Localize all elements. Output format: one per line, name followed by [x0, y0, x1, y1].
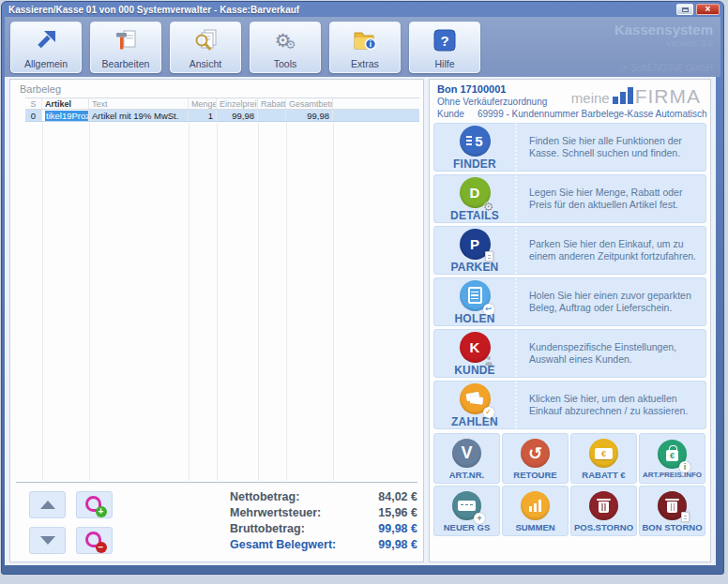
- app-version: Version: 3.0: [614, 37, 713, 48]
- column-header-rabatt[interactable]: Rabatt: [258, 98, 286, 109]
- titlebar: Kassieren/Kasse 01 von 000 Systemverwalt…: [2, 2, 723, 16]
- return-icon: ↺: [521, 439, 550, 468]
- content-area: Barbeleg S Artikel Text Menge Einzelprei…: [5, 77, 716, 565]
- meine-firma-logo: meine FIRMA: [571, 87, 701, 104]
- selected-text: tikel19Prozent: [45, 111, 89, 121]
- arrow-up-right-icon: ↗: [620, 63, 628, 73]
- article-number-icon: V: [452, 439, 481, 468]
- plus-icon: +: [474, 513, 485, 524]
- row-down-button[interactable]: [29, 527, 66, 554]
- check-icon: ✓: [483, 407, 494, 418]
- app-name: Kassensystem: [614, 22, 713, 37]
- action-finder[interactable]: 5 FINDER Finden Sie hier alle Funktionen…: [433, 123, 706, 172]
- action-parken[interactable]: P PARKEN Parken Sie hier den Einkauf, um…: [433, 226, 706, 275]
- table-row[interactable]: 0 tikel19Prozent Artikel mit 19% MwSt. 1…: [25, 110, 419, 122]
- cell-artikel[interactable]: tikel19Prozent: [42, 110, 89, 121]
- toolbar-button-label: Ansicht: [190, 58, 221, 69]
- rabatt-button[interactable]: € RABATT €: [570, 433, 637, 484]
- toolbar-button-label: Bearbeiten: [102, 58, 150, 69]
- arrow-up-right-icon: [34, 22, 58, 58]
- total-netto: Nettobetrag: 84,02 €: [217, 488, 417, 504]
- column-header-gesamtbetrag[interactable]: Gesamtbetrag: [286, 98, 333, 109]
- cell-text: Artikel mit 19% MwSt.: [89, 110, 189, 121]
- table-gridlines: [25, 123, 419, 481]
- hammer-document-icon: [114, 22, 138, 58]
- customer-label: Kunde: [437, 109, 464, 119]
- action-details[interactable]: D⚙ DETAILS Legen Sie hier Menge, Rabatt …: [433, 174, 706, 223]
- customer-line: Kunde 69999 - Kundennummer Barbelege-Kas…: [437, 109, 707, 119]
- total-belegwert: Gesamt Belegwert: 99,98 €: [217, 536, 417, 552]
- action-holen[interactable]: ↩ HOLEN Holen Sie hier einen zuvor gepar…: [433, 277, 706, 326]
- voucher-icon: +: [452, 491, 481, 520]
- add-position-button[interactable]: +: [76, 491, 113, 518]
- section-label: Barbeleg: [20, 83, 61, 95]
- pay-icon: ✓: [460, 383, 491, 414]
- totals-separator: [16, 482, 417, 483]
- column-header-s[interactable]: S: [25, 98, 42, 109]
- table-header: S Artikel Text Menge Einzelpreis Rabatt …: [25, 97, 419, 110]
- bon-storno-button[interactable]: BON STORNO: [639, 486, 705, 536]
- person-icon: [484, 356, 493, 366]
- logo-bars-icon: [613, 87, 633, 104]
- restore-button[interactable]: [676, 4, 693, 15]
- totals-block: Nettobetrag: 84,02 € Mehrwertsteuer: 15,…: [217, 488, 417, 552]
- customer-icon: K: [460, 332, 491, 363]
- column-header-filler: [333, 98, 419, 109]
- details-gear-icon: D⚙: [460, 177, 491, 208]
- window-controls: ×: [676, 4, 720, 15]
- finder-icon: 5: [460, 126, 491, 157]
- retoure-button[interactable]: ↺ RETOURE: [502, 433, 569, 484]
- column-header-menge[interactable]: Menge: [189, 98, 217, 109]
- remove-position-button[interactable]: −: [76, 527, 113, 554]
- column-header-text[interactable]: Text: [89, 98, 189, 109]
- customer-value: 69999 - Kundennummer Barbelege-Kasse Aut…: [478, 109, 707, 119]
- cell-filler: [333, 110, 419, 121]
- actions-panel: Bon 17100001 Ohne Verkäuferzuordnung Kun…: [429, 79, 711, 562]
- cell-gesamtbetrag: 99,98: [286, 110, 333, 121]
- retrieve-document-icon: ↩: [460, 280, 491, 311]
- receipt-panel: Barbeleg S Artikel Text Menge Einzelprei…: [9, 79, 424, 562]
- neuer-gs-button[interactable]: + NEUER GS: [433, 486, 500, 536]
- action-list: 5 FINDER Finden Sie hier alle Funktionen…: [433, 123, 706, 432]
- return-arrow-icon: ↩: [483, 304, 494, 315]
- gears-icon: ⚙⚙: [275, 22, 296, 58]
- company-link[interactable]: ↗ SoftENGINE GmbH: [614, 63, 713, 73]
- toolbar-button-label: Hilfe: [434, 58, 454, 69]
- total-netto-value: 84,02 €: [378, 490, 417, 503]
- app-window: Kassieren/Kasse 01 von 000 Systemverwalt…: [1, 1, 724, 575]
- toolbar-button-extras[interactable]: i Extras: [329, 22, 401, 73]
- info-icon: i: [679, 461, 690, 472]
- toolbar-button-tools[interactable]: ⚙⚙ Tools: [250, 22, 321, 73]
- toolbar-button-ansicht[interactable]: Ansicht: [170, 22, 241, 73]
- artpreisinfo-button[interactable]: €i ART.PREIS.INFO: [639, 433, 705, 484]
- svg-text:?: ?: [440, 32, 448, 48]
- total-brutto: Bruttobetrag: 99,98 €: [217, 520, 417, 536]
- toolbar-button-hilfe[interactable]: ? Hilfe: [409, 22, 480, 73]
- toolbar-button-label: Extras: [351, 58, 379, 69]
- toolbar-button-allgemein[interactable]: Allgemein: [10, 22, 82, 73]
- restore-icon: [682, 7, 689, 12]
- cell-rabatt: [258, 110, 286, 121]
- total-mwst: Mehrwertsteuer: 15,96 €: [217, 504, 417, 520]
- document-icon: [485, 251, 493, 262]
- arrow-up-icon: [40, 501, 55, 509]
- trash-receipt-icon: [658, 491, 687, 520]
- summen-button[interactable]: SUMMEN: [502, 486, 569, 536]
- toolbar-button-bearbeiten[interactable]: Bearbeiten: [90, 22, 161, 73]
- toolbar-button-label: Allgemein: [24, 58, 68, 69]
- close-button[interactable]: ×: [696, 4, 720, 15]
- cell-einzelpreis: 99,98: [217, 110, 258, 121]
- folder-info-icon: i: [352, 22, 378, 58]
- cell-menge: 1: [189, 110, 217, 121]
- arrow-down-icon: [40, 536, 55, 545]
- column-header-artikel[interactable]: Artikel: [42, 98, 89, 109]
- artnr-button[interactable]: V ART.NR.: [433, 433, 500, 484]
- action-kunde[interactable]: K KUNDE Kundenspezifische Einstellungen,…: [433, 329, 706, 378]
- quick-button-grid: V ART.NR. ↺ RETOURE € RABATT € €i ART.PR…: [433, 433, 706, 536]
- row-up-button[interactable]: [29, 491, 66, 518]
- action-zahlen[interactable]: ✓ ZAHLEN Klicken Sie hier, um den aktuel…: [433, 381, 706, 429]
- remove-position-icon: −: [85, 532, 104, 550]
- column-header-einzelpreis[interactable]: Einzelpreis: [217, 98, 258, 109]
- receipt-icon: [681, 512, 690, 522]
- pos-storno-button[interactable]: POS.STORNO: [570, 486, 637, 536]
